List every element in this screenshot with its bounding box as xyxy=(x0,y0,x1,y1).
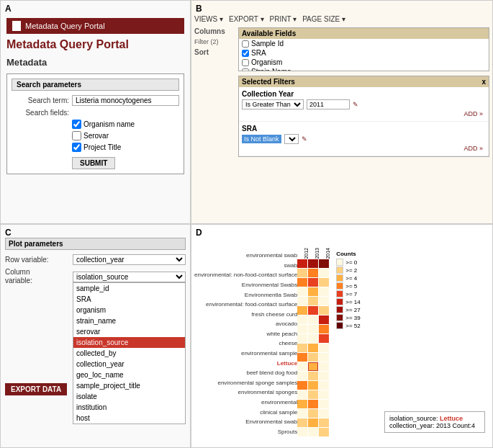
add-link-collection-year[interactable]: ADD » xyxy=(242,109,486,118)
search-term-input[interactable] xyxy=(72,95,179,106)
heatmap-row-13 xyxy=(297,381,330,390)
row-label-10: environmental sample xyxy=(194,350,297,357)
cell-18-0 xyxy=(297,428,307,436)
cell-16-1 xyxy=(308,409,318,418)
row-label-3: Environmental Swabs xyxy=(194,282,297,288)
dd-item-sample-id[interactable]: sample_id xyxy=(73,283,185,294)
filter-sra-edit[interactable]: ✎ xyxy=(302,135,307,143)
filter-sra: SRA Is Not Blank ✎ ADD » xyxy=(239,122,489,156)
heatmap-row-12 xyxy=(297,372,330,380)
filters-header: Selected Filters x xyxy=(239,76,489,87)
cell-13-1 xyxy=(308,381,318,390)
dd-item-serovar[interactable]: serovar xyxy=(73,326,185,337)
field-checkbox-organism[interactable] xyxy=(242,59,249,66)
row-label-13: environmental sponge samples xyxy=(194,380,297,386)
search-term-label: Search term: xyxy=(12,97,69,104)
fields-title: Available Fields xyxy=(239,28,489,39)
dd-item-organism[interactable]: organism xyxy=(73,305,185,315)
row-label-5: environmental: food-contact surface xyxy=(194,301,297,308)
filter-sra-controls: Is Not Blank ✎ xyxy=(242,134,486,144)
legend-item-0: >= 0 xyxy=(336,259,360,266)
column-variable-dropdown-menu[interactable]: sample_id SRA organism strain_name serov… xyxy=(73,282,186,424)
field-checkbox-sra[interactable] xyxy=(242,50,249,57)
filter-collection-year-edit[interactable]: ✎ xyxy=(353,101,358,108)
dd-item-collection-year[interactable]: collection_year xyxy=(73,359,185,369)
legend-label-1: >= 2 xyxy=(345,267,357,274)
dd-item-collected-by[interactable]: collected_by xyxy=(73,348,185,359)
cell-15-1 xyxy=(308,400,318,408)
export-button[interactable]: EXPORT xyxy=(229,15,264,23)
checkbox-serovar: Serovar xyxy=(72,131,179,140)
cell-2-1 xyxy=(308,278,318,287)
cell-17-0 xyxy=(297,418,307,427)
heatmap-row-5 xyxy=(297,306,330,315)
submit-button[interactable]: SUBMIT xyxy=(72,157,115,169)
close-icon[interactable]: x xyxy=(481,78,486,86)
cell-5-2 xyxy=(319,306,329,315)
filter-collection-year: Collection Year Is Greater Than ✎ ADD » xyxy=(239,87,489,122)
cell-0-0 xyxy=(297,259,307,268)
checkbox-organism-label: Organism name xyxy=(83,120,135,128)
field-checkbox-sample-id[interactable] xyxy=(242,40,249,48)
cell-5-1 xyxy=(308,306,318,315)
column-variable-select[interactable]: isolation_source xyxy=(73,272,186,282)
dd-item-strain-name[interactable]: strain_name xyxy=(73,315,185,326)
heatmap-area: environmental swab swab environmental: n… xyxy=(194,239,489,436)
export-data-button[interactable]: EXPORT DATA xyxy=(5,383,67,395)
metadata-section-title: Metadata xyxy=(6,57,184,68)
cell-0-2 xyxy=(319,259,329,268)
heatmap-row-0 xyxy=(297,259,330,268)
dd-item-geo-loc-name[interactable]: geo_loc_name xyxy=(73,369,185,380)
checkbox-organism-input[interactable] xyxy=(72,120,81,129)
cell-12-1 xyxy=(308,372,318,380)
selected-filters: Selected Filters x Collection Year Is Gr… xyxy=(238,76,489,157)
filter-collection-year-value[interactable] xyxy=(307,99,350,109)
legend-label-2: >= 4 xyxy=(345,275,357,282)
row-label-14: environmental sponges xyxy=(194,389,297,395)
print-button[interactable]: PRINT xyxy=(270,15,297,23)
swatch-5 xyxy=(336,298,343,305)
heatmap-row-7 xyxy=(297,325,330,333)
row-label-1: swab xyxy=(194,262,297,269)
add-link-sra[interactable]: ADD » xyxy=(242,144,486,153)
row-label-9: cheese xyxy=(194,340,297,346)
heatmap-row-10 xyxy=(297,353,330,362)
filter-sra-name: SRA xyxy=(242,125,486,133)
filter-sra-operator[interactable] xyxy=(284,134,299,144)
search-box: Search parameters Search term: Search fi… xyxy=(6,73,184,174)
row-label-15: environmental xyxy=(194,399,297,406)
row-label-7: avocado xyxy=(194,321,297,327)
cell-3-1 xyxy=(308,287,318,296)
cell-3-2 xyxy=(319,287,329,296)
dd-item-institution[interactable]: institution xyxy=(73,402,185,413)
legend-item-8: >= 52 xyxy=(336,322,360,329)
cell-8-1 xyxy=(308,334,318,343)
filter-collection-year-operator[interactable]: Is Greater Than xyxy=(242,99,304,109)
cell-7-1 xyxy=(308,325,318,333)
dd-item-isolation-source[interactable]: isolation_source xyxy=(73,337,185,348)
cell-12-0 xyxy=(297,372,307,380)
legend-item-1: >= 2 xyxy=(336,266,360,274)
dd-item-sample-project-title[interactable]: sample_project_title xyxy=(73,380,185,391)
cell-11-1 xyxy=(308,362,318,371)
cell-9-2 xyxy=(319,344,329,352)
dd-item-isolate[interactable]: isolate xyxy=(73,391,185,402)
dd-item-host[interactable]: host xyxy=(73,413,185,424)
cell-9-1 xyxy=(308,344,318,352)
heatmap-row-2 xyxy=(297,278,330,287)
year-2014: 2014 xyxy=(320,248,330,259)
year-2013: 2013 xyxy=(309,248,320,259)
field-checkbox-strain-name[interactable] xyxy=(242,68,249,72)
dd-item-sra[interactable]: SRA xyxy=(73,294,185,305)
legend-label-3: >= 5 xyxy=(345,283,357,290)
views-button[interactable]: VIEWS xyxy=(194,15,223,23)
cell-10-0 xyxy=(297,353,307,362)
cell-14-1 xyxy=(308,390,318,399)
row-variable-select[interactable]: collection_year xyxy=(73,254,186,265)
checkbox-project-input[interactable] xyxy=(72,143,81,152)
page-size-button[interactable]: PAGE SIZE xyxy=(302,15,345,23)
cell-6-1 xyxy=(308,315,318,324)
checkbox-serovar-input[interactable] xyxy=(72,131,81,140)
selected-filters-title: Selected Filters xyxy=(242,78,295,86)
checkbox-organism: Organism name xyxy=(72,120,179,129)
